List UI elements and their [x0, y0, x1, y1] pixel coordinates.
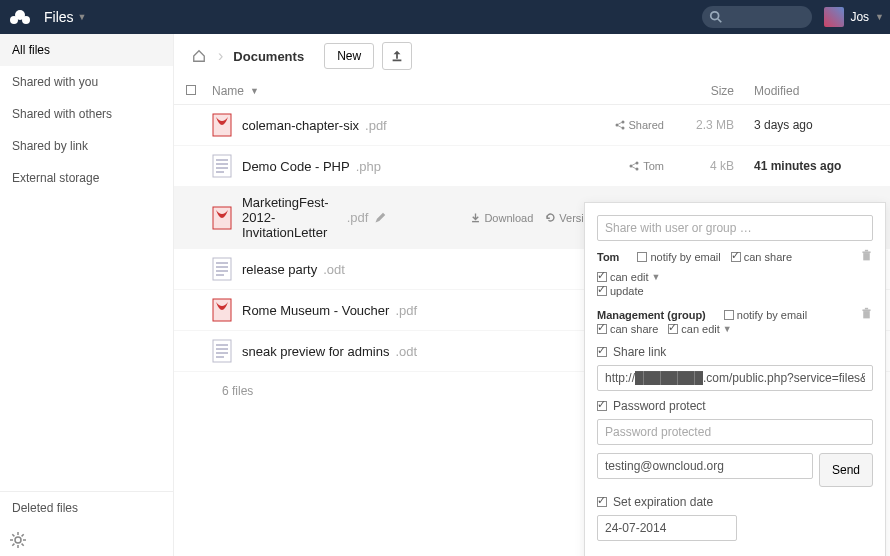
nav-shared-by-link[interactable]: Shared by link	[0, 130, 173, 162]
sort-indicator-icon: ▼	[250, 86, 259, 96]
download-action[interactable]: Download	[470, 212, 533, 224]
svg-point-18	[621, 121, 624, 124]
svg-rect-50	[213, 340, 231, 362]
sharee: Tomnotify by emailcan sharecan edit ▼upd…	[597, 249, 873, 297]
avatar	[824, 7, 844, 27]
pencil-icon[interactable]	[374, 212, 386, 224]
email-field[interactable]	[597, 453, 813, 479]
document-icon	[212, 154, 232, 178]
upload-button[interactable]	[382, 42, 412, 70]
perm-can-edit[interactable]: can edit ▼	[668, 323, 731, 335]
password-field[interactable]	[597, 419, 873, 445]
caret-down-icon: ▼	[78, 12, 87, 22]
password-protect-label: Password protect	[613, 399, 706, 413]
breadcrumb-current[interactable]: Documents	[233, 49, 304, 64]
sharee: Management (group)notify by emailcan sha…	[597, 307, 873, 335]
file-ext: .pdf	[365, 118, 387, 133]
column-modified[interactable]: Modified	[754, 84, 874, 98]
file-modified: 3 days ago	[754, 118, 874, 132]
send-button[interactable]: Send	[819, 453, 873, 487]
file-ext: .odt	[323, 262, 345, 277]
file-row[interactable]: coleman-chapter-six.pdf Shared2.3 MB3 da…	[174, 105, 890, 146]
remove-sharee-button[interactable]	[852, 307, 873, 320]
perm-update[interactable]: update	[597, 285, 644, 297]
perm-notify-by-email[interactable]: notify by email	[724, 309, 807, 321]
svg-point-3	[711, 12, 719, 20]
nav-deleted-files[interactable]: Deleted files	[0, 492, 173, 524]
remove-sharee-button[interactable]	[852, 249, 873, 262]
column-size[interactable]: Size	[674, 84, 754, 98]
file-size: 2.3 MB	[674, 118, 754, 132]
share-link-field[interactable]	[597, 365, 873, 391]
file-name: MarketingFest-2012-InvitationLetter	[242, 195, 341, 240]
summary-count: 6 files	[222, 384, 253, 398]
svg-point-28	[636, 162, 639, 165]
svg-point-19	[621, 127, 624, 130]
column-name[interactable]: Name ▼	[212, 84, 674, 98]
perm-can-share[interactable]: can share	[731, 251, 792, 263]
file-name: coleman-chapter-six	[242, 118, 359, 133]
perm-can-share[interactable]: can share	[597, 323, 658, 335]
pdf-icon	[212, 113, 232, 137]
breadcrumb-home[interactable]	[190, 47, 208, 65]
password-protect-checkbox[interactable]	[597, 401, 607, 411]
svg-rect-55	[863, 253, 870, 260]
svg-line-31	[632, 167, 636, 169]
svg-point-29	[636, 168, 639, 171]
app-menu-button[interactable]: Files ▼	[34, 3, 96, 31]
svg-line-30	[632, 163, 636, 165]
expiration-label: Set expiration date	[613, 495, 713, 509]
expiration-field[interactable]	[597, 515, 737, 541]
share-with-input[interactable]	[597, 215, 873, 241]
svg-rect-14	[393, 60, 402, 62]
file-ext: .php	[356, 159, 381, 174]
svg-rect-43	[213, 258, 231, 280]
table-header: Name ▼ Size Modified	[174, 78, 890, 105]
svg-line-11	[22, 544, 24, 546]
expiration-checkbox[interactable]	[597, 497, 607, 507]
nav-shared-with-you[interactable]: Shared with you	[0, 66, 173, 98]
svg-line-21	[618, 126, 622, 128]
sidebar: All filesShared with youShared with othe…	[0, 34, 174, 556]
share-link-checkbox[interactable]	[597, 347, 607, 357]
svg-rect-22	[213, 155, 231, 177]
pdf-icon	[212, 206, 232, 230]
file-name: release party	[242, 262, 317, 277]
nav-all-files[interactable]: All files	[0, 34, 173, 66]
document-icon	[212, 339, 232, 363]
breadcrumb-separator: ›	[218, 47, 223, 65]
perm-notify-by-email[interactable]: notify by email	[637, 251, 720, 263]
shared-indicator[interactable]: Shared	[614, 119, 664, 131]
new-button[interactable]: New	[324, 43, 374, 69]
svg-rect-58	[863, 311, 870, 318]
search-icon	[709, 10, 723, 24]
nav-shared-with-others[interactable]: Shared with others	[0, 98, 173, 130]
shared-indicator[interactable]: Tom	[628, 160, 664, 172]
file-ext: .odt	[395, 344, 417, 359]
breadcrumb-bar: › Documents New	[174, 34, 890, 78]
svg-rect-59	[862, 309, 870, 311]
svg-rect-56	[862, 251, 870, 253]
content-area: › Documents New Name ▼ Size Modified col…	[174, 34, 890, 556]
caret-down-icon: ▼	[875, 12, 884, 22]
settings-button[interactable]	[0, 524, 173, 556]
app-logo[interactable]	[6, 3, 34, 31]
share-link-label: Share link	[613, 345, 666, 359]
perm-can-edit[interactable]: can edit ▼	[597, 271, 660, 283]
svg-line-10	[12, 534, 14, 536]
upload-icon	[390, 49, 404, 63]
sharee-name: Tom	[597, 251, 619, 263]
svg-rect-57	[865, 250, 868, 252]
user-menu-button[interactable]: Jos ▼	[824, 7, 884, 27]
nav-external-storage[interactable]: External storage	[0, 162, 173, 194]
share-popover: Tomnotify by emailcan sharecan edit ▼upd…	[584, 202, 886, 556]
svg-line-4	[718, 19, 722, 23]
file-row[interactable]: Demo Code - PHP.php Tom4 kB41 minutes ag…	[174, 146, 890, 187]
top-bar: Files ▼ Jos ▼	[0, 0, 890, 34]
app-name: Files	[44, 9, 74, 25]
gear-icon	[10, 532, 26, 548]
home-icon	[192, 49, 206, 63]
select-all-checkbox[interactable]	[186, 85, 196, 95]
sharee-name: Management (group)	[597, 309, 706, 321]
document-icon	[212, 257, 232, 281]
